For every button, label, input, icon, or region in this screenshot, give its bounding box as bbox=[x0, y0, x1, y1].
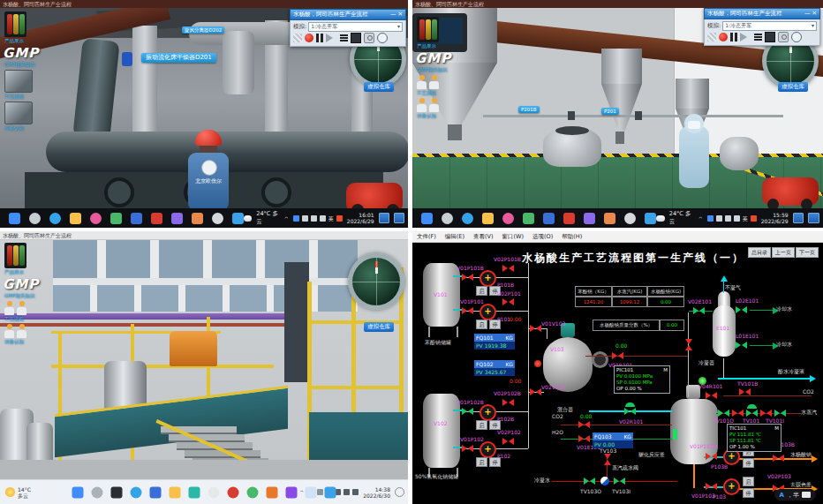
rail-caption[interactable]: 工艺流程 bbox=[4, 94, 54, 100]
app-red-icon[interactable] bbox=[228, 486, 239, 498]
menu-item[interactable]: 窗口(W) bbox=[502, 231, 525, 242]
avatar-group[interactable] bbox=[417, 98, 466, 112]
totalizer-FQ102[interactable]: FQ102KG PV 3425.67 bbox=[474, 360, 515, 376]
search-icon[interactable] bbox=[29, 213, 41, 224]
clock-button[interactable] bbox=[791, 32, 802, 42]
file-explorer-icon[interactable] bbox=[482, 213, 494, 224]
battery-icon[interactable] bbox=[352, 489, 359, 495]
security-icon[interactable] bbox=[751, 215, 757, 222]
notification-card-icon[interactable] bbox=[793, 213, 804, 223]
tray-chevron-icon[interactable]: ^ bbox=[284, 215, 289, 222]
ime-lang-icon[interactable]: 英 bbox=[328, 215, 334, 222]
play-button[interactable] bbox=[326, 34, 337, 42]
equipment-thumbnail[interactable] bbox=[4, 102, 33, 124]
photos-icon[interactable] bbox=[90, 213, 102, 224]
3d-scene-dryer[interactable]: 北京欧倍尔 振动流化床干燥器D201 旋风分离器D202 产品展示 GMP GM… bbox=[0, 8, 408, 208]
sim-mode-select[interactable]: 1:冷态开车▾ bbox=[308, 22, 403, 32]
warehouse-button[interactable]: 虚拟仓库 bbox=[364, 322, 394, 332]
search-icon[interactable] bbox=[92, 486, 103, 498]
volume-icon[interactable] bbox=[311, 215, 317, 222]
sim-mode-select[interactable]: 1:冷态开车▾ bbox=[722, 21, 817, 31]
notification-card-icon[interactable] bbox=[379, 213, 389, 223]
menu-item[interactable]: 文件(F) bbox=[417, 231, 436, 242]
network-icon[interactable] bbox=[320, 215, 326, 222]
weather-icon[interactable] bbox=[244, 215, 252, 222]
taskbar-clock[interactable]: 14:382022/6/30 bbox=[363, 486, 390, 499]
file-explorer-icon[interactable] bbox=[70, 213, 81, 224]
notification-bell-icon[interactable] bbox=[395, 487, 404, 497]
equipment-tooltip-small[interactable]: 旋风分离器D202 bbox=[182, 26, 224, 34]
record-button[interactable] bbox=[305, 34, 313, 42]
edge-icon[interactable] bbox=[49, 213, 61, 224]
close-icon[interactable]: ✕ bbox=[398, 11, 403, 18]
weather-icon[interactable] bbox=[656, 215, 665, 222]
keyboard-icon[interactable] bbox=[802, 492, 811, 498]
3d-scene-platforms[interactable]: 产品展示 GMP GMP相关知识 工艺流程 设备认知 虚拟仓库 bbox=[0, 239, 408, 480]
app-green-icon[interactable] bbox=[247, 486, 259, 498]
rail-caption[interactable]: 工艺流程 bbox=[417, 90, 466, 96]
clock-button[interactable] bbox=[377, 33, 388, 43]
minimize-icon[interactable]: — bbox=[390, 11, 396, 18]
sim-window-titlebar[interactable]: 水杨酸，阿司匹林生产全流程 — ✕ bbox=[290, 9, 406, 20]
pipe-tag-chip[interactable]: P201B bbox=[518, 106, 540, 113]
app-star-icon[interactable] bbox=[543, 213, 555, 224]
battery-icon[interactable] bbox=[302, 215, 308, 222]
rail-caption[interactable]: 设备认知 bbox=[417, 113, 466, 119]
taskbar-clock[interactable]: 15:592022/6/29 bbox=[761, 212, 789, 224]
tray-blue-icon[interactable] bbox=[293, 215, 299, 222]
app-green-icon[interactable] bbox=[523, 213, 534, 224]
rail-caption[interactable]: 工艺流程 bbox=[4, 316, 54, 322]
sim-window-titlebar[interactable]: 水杨酸，阿司匹林生产全流程 — ✕ bbox=[704, 8, 820, 19]
product-cans-thumbnail[interactable] bbox=[4, 11, 26, 37]
menu-item[interactable]: 查看(V) bbox=[473, 231, 494, 242]
app-star-icon[interactable] bbox=[131, 213, 142, 224]
3d-scene-hoppers[interactable]: P201B P201 产品展示 GMP GMP相关知识 工艺流程 bbox=[412, 8, 823, 208]
weather-widget[interactable]: 14°C多云 bbox=[5, 486, 31, 499]
totalizer-FQ101[interactable]: FQ101KG PV 1919.38 bbox=[474, 334, 515, 350]
search-icon[interactable] bbox=[442, 213, 453, 224]
start-icon[interactable] bbox=[9, 213, 20, 224]
pause-button[interactable] bbox=[730, 33, 737, 41]
menu-item[interactable]: 选项(O) bbox=[532, 231, 553, 242]
equipment-tooltip[interactable]: 振动流化床干燥器D201 bbox=[141, 53, 216, 63]
avatar-group[interactable] bbox=[417, 75, 466, 89]
product-cans-thumbnail[interactable] bbox=[4, 243, 26, 268]
edge-icon[interactable] bbox=[131, 486, 142, 498]
volume-mixer-icon[interactable] bbox=[306, 486, 317, 498]
wps-icon[interactable] bbox=[563, 213, 575, 224]
app-purple-icon[interactable] bbox=[584, 213, 595, 224]
close-icon[interactable]: ✕ bbox=[812, 10, 817, 17]
product-cans-thumbnail[interactable] bbox=[417, 17, 439, 42]
warehouse-button[interactable]: 虚拟仓库 bbox=[778, 82, 808, 92]
security-icon[interactable] bbox=[336, 215, 343, 222]
ime-lang-icon[interactable]: 英 bbox=[743, 215, 748, 222]
tray-chevron-icon[interactable]: ^ bbox=[698, 215, 703, 222]
totalizer-FQ103[interactable]: FQ103KG PV 0.00 bbox=[593, 433, 633, 448]
rail-caption[interactable]: GMP相关知识 bbox=[417, 67, 466, 73]
weather-text[interactable]: 24°C 多云 bbox=[256, 210, 279, 226]
camera-button[interactable] bbox=[364, 33, 374, 43]
ime-status-bar[interactable]: A ，半 bbox=[774, 489, 816, 500]
minimize-icon[interactable]: — bbox=[804, 10, 811, 17]
warehouse-button[interactable]: 虚拟仓库 bbox=[364, 82, 394, 92]
app-white-icon[interactable] bbox=[208, 486, 220, 498]
taskbar-clock[interactable]: 16:012022/6/29 bbox=[347, 212, 374, 224]
list-button[interactable] bbox=[754, 34, 762, 41]
rail-caption[interactable]: 产品展示 bbox=[4, 38, 54, 44]
nav-button[interactable]: 总目录 bbox=[748, 247, 771, 258]
rail-caption[interactable]: 设备认知 bbox=[4, 125, 54, 132]
equipment-thumbnail[interactable] bbox=[4, 70, 33, 93]
app-green-icon[interactable] bbox=[110, 213, 122, 224]
rail-caption[interactable]: 产品展示 bbox=[417, 43, 466, 49]
screen-button[interactable] bbox=[765, 32, 775, 42]
rail-caption[interactable]: GMP相关知识 bbox=[4, 62, 54, 68]
battery-icon[interactable] bbox=[716, 215, 722, 222]
navigation-compass[interactable] bbox=[348, 253, 404, 310]
app-purple-icon[interactable] bbox=[171, 213, 183, 224]
display-app-icon[interactable] bbox=[325, 486, 336, 498]
start-icon[interactable] bbox=[72, 486, 84, 498]
avatar-group[interactable] bbox=[4, 324, 54, 338]
menu-item[interactable]: 帮助(H) bbox=[562, 231, 582, 242]
edge-icon[interactable] bbox=[462, 213, 473, 224]
volume-icon[interactable] bbox=[344, 489, 350, 495]
